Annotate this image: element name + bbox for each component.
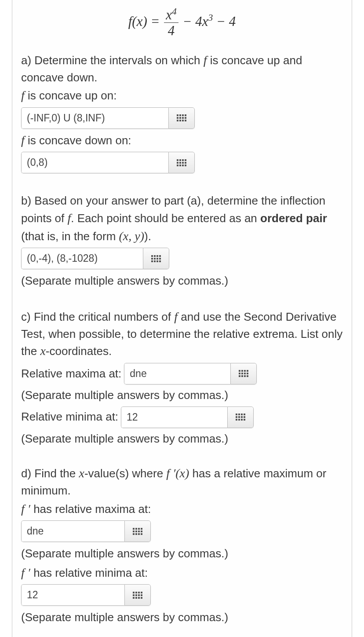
svg-rect-9 <box>179 120 181 121</box>
svg-rect-7 <box>185 117 186 119</box>
svg-rect-12 <box>177 159 178 161</box>
svg-rect-70 <box>138 533 140 535</box>
svg-rect-14 <box>182 159 184 161</box>
svg-rect-39 <box>247 370 248 372</box>
svg-rect-75 <box>141 592 142 593</box>
part-c-prompt: c) Find the critical numbers of f and us… <box>21 308 343 360</box>
part-c: c) Find the critical numbers of f and us… <box>21 308 343 447</box>
grid-button[interactable] <box>143 248 169 269</box>
fprime-min-input[interactable] <box>21 584 124 606</box>
fprime-min-label: f ′ has relative minima at: <box>21 564 343 582</box>
svg-rect-51 <box>244 414 245 415</box>
part-d-prompt: d) Find the x-value(s) where f ′(x) has … <box>21 465 343 499</box>
svg-rect-10 <box>182 120 184 121</box>
svg-rect-55 <box>244 416 245 418</box>
svg-rect-24 <box>151 255 153 257</box>
inflection-points-input[interactable] <box>21 248 143 269</box>
svg-rect-20 <box>177 165 178 166</box>
concave-down-input[interactable] <box>21 152 168 173</box>
grid-icon <box>236 414 245 421</box>
svg-rect-8 <box>177 120 178 121</box>
svg-rect-68 <box>133 533 135 535</box>
svg-rect-34 <box>157 260 158 262</box>
svg-rect-46 <box>244 375 246 377</box>
grid-icon <box>151 255 161 262</box>
svg-rect-49 <box>238 414 240 415</box>
grid-button[interactable] <box>227 406 254 428</box>
separate-note: (Separate multiple answers by commas.) <box>21 545 228 562</box>
fprime-max-input[interactable] <box>21 520 124 542</box>
sep-note-c1: (Separate multiple answers by commas.) <box>21 387 343 404</box>
svg-rect-37 <box>241 370 243 372</box>
svg-rect-13 <box>179 159 181 161</box>
svg-rect-30 <box>157 258 158 260</box>
grid-button[interactable] <box>168 152 195 173</box>
svg-rect-28 <box>151 258 153 260</box>
part-b-prompt: b) Based on your answer to part (a), det… <box>21 193 343 245</box>
sep-note-c2: (Separate multiple answers by commas.) <box>21 431 343 447</box>
svg-rect-81 <box>135 597 137 599</box>
part-a-prompt: a) Determine the intervals on which f is… <box>21 54 302 84</box>
svg-rect-67 <box>141 531 142 532</box>
grid-icon <box>177 114 186 121</box>
svg-rect-73 <box>135 592 137 593</box>
svg-rect-53 <box>238 416 240 418</box>
svg-rect-4 <box>177 117 178 119</box>
svg-rect-60 <box>133 528 135 530</box>
svg-rect-41 <box>241 373 243 374</box>
svg-rect-6 <box>182 117 184 119</box>
svg-rect-77 <box>135 594 137 596</box>
part-a: a) Determine the intervals on which f is… <box>21 51 343 174</box>
svg-rect-1 <box>179 114 181 116</box>
svg-rect-19 <box>185 162 186 164</box>
svg-rect-44 <box>239 375 240 377</box>
grid-button[interactable] <box>124 520 151 542</box>
rel-max-label: Relative maxima at: <box>21 366 121 382</box>
svg-rect-40 <box>239 373 240 374</box>
svg-rect-57 <box>238 419 240 421</box>
function-formula: f(x) = x4 4 − 4x3 − 4 <box>21 8 343 37</box>
svg-rect-83 <box>141 597 142 599</box>
rel-min-label: Relative minima at: <box>21 409 118 425</box>
svg-rect-5 <box>179 117 181 119</box>
svg-rect-54 <box>241 416 243 418</box>
svg-rect-0 <box>177 114 178 116</box>
svg-rect-61 <box>135 528 137 530</box>
svg-rect-71 <box>141 533 142 535</box>
rel-max-input[interactable] <box>124 363 230 384</box>
svg-rect-78 <box>138 594 140 596</box>
grid-icon <box>133 528 142 535</box>
svg-rect-76 <box>133 594 135 596</box>
svg-rect-38 <box>244 370 246 372</box>
part-b: b) Based on your answer to part (a), det… <box>21 193 343 289</box>
svg-rect-27 <box>159 255 161 257</box>
svg-rect-72 <box>133 592 135 593</box>
grid-button[interactable] <box>124 584 151 606</box>
rel-min-input[interactable] <box>121 406 227 428</box>
svg-rect-65 <box>135 531 137 532</box>
svg-rect-42 <box>244 373 246 374</box>
svg-rect-48 <box>236 414 237 415</box>
svg-rect-47 <box>247 375 248 377</box>
concave-down-label: f is concave down on: <box>21 133 131 147</box>
separate-note: (Separate multiple answers by commas.) <box>21 609 228 626</box>
svg-rect-64 <box>133 531 135 532</box>
svg-rect-18 <box>182 162 184 164</box>
svg-rect-82 <box>138 597 140 599</box>
svg-rect-52 <box>236 416 237 418</box>
svg-rect-59 <box>244 419 245 421</box>
svg-rect-62 <box>138 528 140 530</box>
svg-rect-26 <box>157 255 158 257</box>
svg-rect-17 <box>179 162 181 164</box>
svg-rect-50 <box>241 414 243 415</box>
grid-button[interactable] <box>168 107 195 129</box>
svg-rect-22 <box>182 165 184 166</box>
svg-rect-29 <box>154 258 156 260</box>
concave-up-input[interactable] <box>21 107 168 129</box>
svg-rect-45 <box>241 375 243 377</box>
svg-rect-25 <box>154 255 156 257</box>
svg-rect-31 <box>159 258 161 260</box>
grid-button[interactable] <box>230 363 257 384</box>
separate-note: (Separate multiple answers by commas.) <box>21 273 228 289</box>
svg-rect-15 <box>185 159 186 161</box>
